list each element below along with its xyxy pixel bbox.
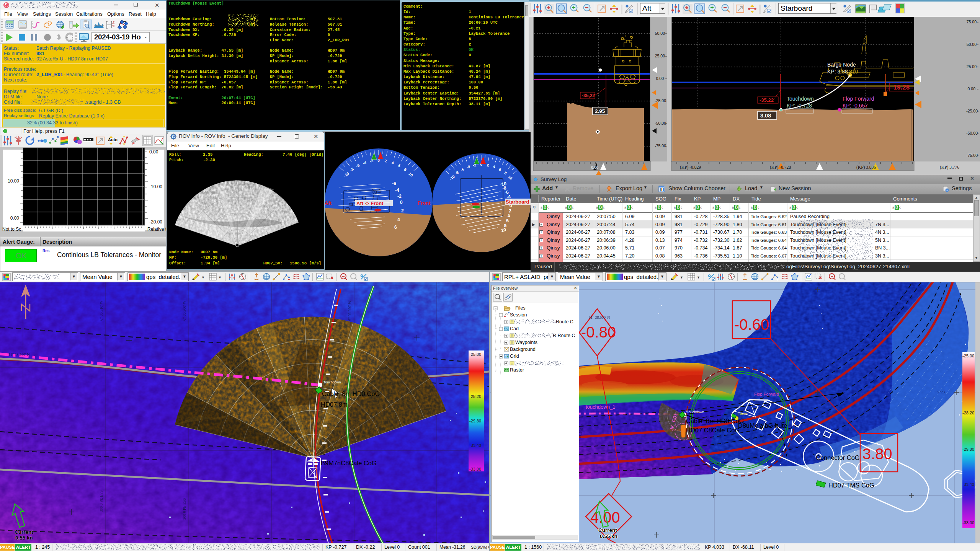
svg-text:3.80: 3.80 [862, 445, 892, 462]
svg-text:KP: -0.657: KP: -0.657 [843, 103, 868, 109]
svg-text:10.00: 10.00 [8, 178, 19, 184]
svg-text:Flop Forward: Flop Forward [754, 392, 779, 396]
svg-text:-31.40: -31.40 [469, 443, 481, 448]
svg-text:(KP) -0.829: (KP) -0.829 [680, 165, 701, 170]
svg-text:Touchdown: Touchdown [687, 410, 704, 414]
svg-text:Cable_8m HD0 CoG: Cable_8m HD0 CoG [322, 390, 380, 398]
svg-text:Aft: Aft [325, 200, 332, 206]
svg-text:50.00: 50.00 [967, 42, 977, 47]
svg-text:Connector CoG: Connector CoG [816, 454, 860, 461]
svg-text:Touchdown: Touchdown [787, 96, 814, 102]
svg-text:25.00: 25.00 [655, 54, 665, 58]
svg-text:Touchdown: Touchdown [323, 380, 341, 384]
svg-text:-19.28: -19.28 [891, 84, 910, 91]
svg-text:Barge Node: Barge Node [827, 62, 856, 68]
svg-text:-75.00: -75.00 [655, 143, 666, 148]
svg-text:-25.00: -25.00 [962, 354, 974, 358]
svg-text:-50.00: -50.00 [966, 131, 978, 135]
svg-text:51° 38.600' N: 51° 38.600' N [589, 315, 610, 320]
svg-text:2: 2 [401, 208, 404, 214]
svg-text:-10.00: -10.00 [149, 184, 162, 189]
svg-text:-35.22: -35.22 [760, 97, 774, 103]
svg-text:6: 6 [394, 225, 397, 230]
svg-text:-25.00: -25.00 [469, 352, 481, 357]
svg-text:-6: -6 [392, 181, 396, 186]
svg-text:(KP) -0.728: (KP) -0.728 [770, 165, 791, 170]
svg-text:-50.00: -50.00 [655, 121, 666, 126]
svg-text:0.00: 0.00 [591, 165, 599, 170]
svg-text:-33.00: -33.00 [962, 520, 974, 525]
svg-text:4: 4 [397, 217, 400, 222]
svg-text:▼: ▼ [218, 276, 222, 279]
svg-text:-0.80: -0.80 [581, 324, 616, 341]
svg-text:507.810: 507.810 [839, 68, 858, 75]
svg-text:Current: Current [598, 527, 617, 533]
svg-text:▼: ▼ [697, 276, 700, 279]
svg-text:Front: Front [418, 200, 431, 206]
svg-text:B9M7nC8Cale CoG: B9M7nC8Cale CoG [321, 460, 377, 466]
svg-text:HD07 TMS CoG: HD07 TMS CoG [828, 482, 874, 489]
svg-text:6° 06.300' W: 6° 06.300' W [182, 300, 186, 321]
svg-text:-28.20: -28.20 [469, 394, 481, 399]
svg-text:50.00: 50.00 [655, 31, 665, 36]
svg-text:-75.00: -75.00 [966, 153, 978, 158]
svg-text:Flop Forward: Flop Forward [843, 96, 874, 102]
svg-text:▼: ▼ [201, 276, 205, 279]
svg-text:300 0 PE ESS: 300 0 PE ESS [182, 498, 186, 520]
svg-text:-29.80: -29.80 [469, 419, 481, 423]
svg-text:HD07 8m: HD07 8m [321, 401, 348, 408]
svg-text:(KP) 3.836: (KP) 3.836 [856, 165, 876, 170]
svg-text:▼: ▼ [680, 276, 683, 279]
svg-text:4.00: 4.00 [590, 509, 620, 526]
svg-text:Cable_8m HD0 CoG: Cable_8m HD0 CoG [686, 417, 744, 425]
svg-text:-31.40: -31.40 [962, 482, 974, 487]
svg-text:6° 06.290' W: 6° 06.290' W [348, 300, 352, 321]
svg-text:-29.80: -29.80 [962, 447, 974, 452]
svg-text:300 0 PE ESS: 300 0 PE ESS [99, 491, 103, 512]
svg-text:0.00: 0.00 [656, 76, 664, 81]
svg-text:touchdown_1: touchdown_1 [586, 404, 615, 410]
svg-text:0.00: 0.00 [968, 86, 976, 91]
svg-text:-20.00: -20.00 [149, 219, 162, 225]
svg-text:0.00: 0.00 [10, 215, 20, 221]
svg-text:0: 0 [400, 200, 403, 205]
svg-text:75.00: 75.00 [967, 20, 977, 24]
svg-text:25.00: 25.00 [967, 64, 977, 69]
svg-text:Aft -> Front: Aft -> Front [356, 201, 384, 206]
svg-text:G: G [172, 135, 175, 139]
svg-text:6° 06.310' W: 6° 06.310' W [99, 300, 103, 321]
svg-text:Chute: Chute [738, 412, 748, 416]
svg-text:0.55 kn: 0.55 kn [15, 535, 33, 541]
svg-text:Auto: Auto [108, 137, 118, 142]
svg-text:-35,22: -35,22 [582, 93, 595, 98]
svg-text:-4: -4 [395, 187, 399, 193]
svg-text:Current: Current [15, 529, 33, 535]
svg-text:3.08: 3.08 [760, 112, 771, 119]
svg-text:-28.20: -28.20 [962, 411, 974, 415]
svg-text:51° 38.560' N: 51° 38.560' N [8, 352, 30, 357]
svg-text:(KP) 3.776: (KP) 3.776 [940, 165, 959, 170]
svg-text:HD07 C8Cale CoG: HD07 C8Cale CoG [686, 427, 740, 434]
svg-text:2.95: 2.95 [595, 108, 605, 114]
svg-text:Not to Sc: Not to Sc [2, 227, 21, 232]
svg-text:D8uMelalbG hute: D8uMelalbG hute [738, 422, 787, 429]
svg-text:Starboard: Starboard [506, 199, 529, 205]
svg-text:-33.00: -33.00 [469, 467, 481, 471]
svg-text:5723: 5723 [937, 390, 945, 394]
svg-text:-25.00: -25.00 [966, 109, 978, 113]
svg-text:Relative t: Relative t [147, 227, 166, 232]
svg-text:-2: -2 [397, 194, 402, 199]
svg-text:-25.00: -25.00 [655, 98, 666, 103]
svg-text:-0.60: -0.60 [734, 316, 769, 333]
svg-text:0.00: 0.00 [149, 149, 158, 155]
svg-text:KP: -0.728: KP: -0.728 [787, 103, 812, 109]
svg-text:0.55 kn: 0.55 kn [600, 533, 617, 539]
